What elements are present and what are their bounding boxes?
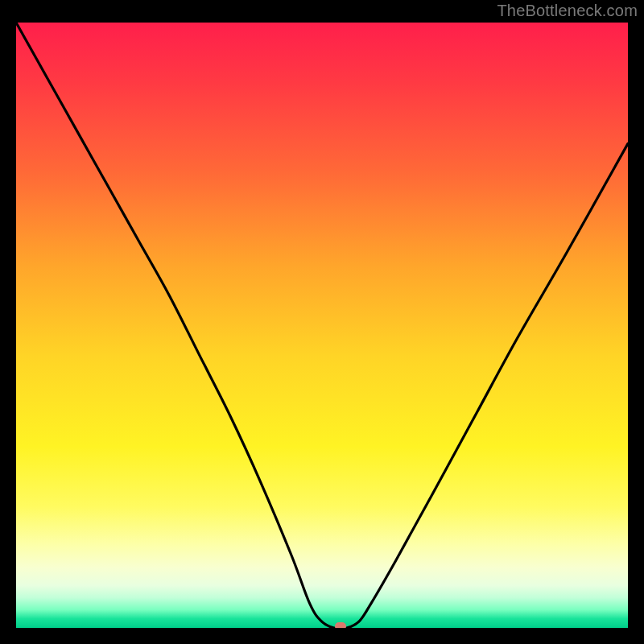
plot-area — [16, 23, 628, 628]
optimum-marker — [335, 622, 346, 628]
chart-frame: TheBottleneck.com — [0, 0, 644, 644]
bottleneck-curve — [16, 23, 628, 628]
watermark-text: TheBottleneck.com — [497, 2, 638, 20]
